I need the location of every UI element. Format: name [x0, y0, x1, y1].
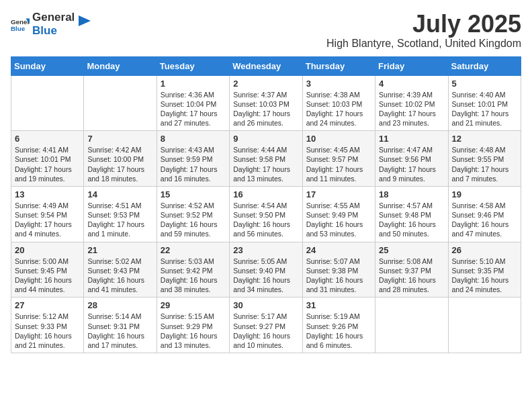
day-info: Sunrise: 5:15 AM Sunset: 9:29 PM Dayligh…	[161, 312, 226, 350]
svg-text:Blue: Blue	[11, 25, 26, 32]
day-number: 4	[379, 79, 444, 89]
day-info: Sunrise: 4:49 AM Sunset: 9:54 PM Dayligh…	[15, 201, 80, 239]
calendar-cell	[375, 298, 448, 353]
day-info: Sunrise: 4:55 AM Sunset: 9:49 PM Dayligh…	[306, 201, 371, 239]
calendar-cell: 26Sunrise: 5:10 AM Sunset: 9:35 PM Dayli…	[448, 242, 521, 298]
day-number: 18	[379, 189, 444, 199]
day-info: Sunrise: 5:02 AM Sunset: 9:43 PM Dayligh…	[87, 257, 152, 295]
day-info: Sunrise: 4:41 AM Sunset: 10:01 PM Daylig…	[15, 145, 80, 183]
week-row-5: 27Sunrise: 5:12 AM Sunset: 9:33 PM Dayli…	[11, 298, 521, 353]
day-info: Sunrise: 5:10 AM Sunset: 9:35 PM Dayligh…	[452, 257, 517, 295]
day-info: Sunrise: 4:43 AM Sunset: 9:59 PM Dayligh…	[161, 145, 226, 183]
day-number: 13	[15, 189, 80, 199]
day-number: 10	[306, 134, 371, 144]
day-info: Sunrise: 4:48 AM Sunset: 9:55 PM Dayligh…	[452, 145, 517, 183]
calendar-cell	[448, 298, 521, 353]
day-number: 20	[15, 245, 80, 255]
day-number: 16	[233, 189, 298, 199]
calendar-cell: 4Sunrise: 4:39 AM Sunset: 10:02 PM Dayli…	[375, 75, 448, 131]
logo-blue: Blue	[32, 24, 75, 38]
day-info: Sunrise: 4:45 AM Sunset: 9:57 PM Dayligh…	[306, 145, 371, 183]
day-number: 28	[87, 300, 152, 310]
calendar-cell: 24Sunrise: 5:07 AM Sunset: 9:38 PM Dayli…	[302, 242, 375, 298]
header-tuesday: Tuesday	[157, 56, 229, 75]
day-info: Sunrise: 5:03 AM Sunset: 9:42 PM Dayligh…	[161, 257, 226, 295]
day-info: Sunrise: 4:38 AM Sunset: 10:03 PM Daylig…	[306, 90, 371, 128]
day-info: Sunrise: 4:57 AM Sunset: 9:48 PM Dayligh…	[379, 201, 444, 239]
day-info: Sunrise: 4:36 AM Sunset: 10:04 PM Daylig…	[161, 90, 226, 128]
calendar-cell: 17Sunrise: 4:55 AM Sunset: 9:49 PM Dayli…	[302, 186, 375, 242]
svg-marker-3	[79, 15, 91, 26]
day-info: Sunrise: 4:42 AM Sunset: 10:00 PM Daylig…	[87, 145, 152, 183]
day-number: 24	[306, 245, 371, 255]
title-area: July 2025 High Blantyre, Scotland, Unite…	[326, 11, 521, 50]
day-info: Sunrise: 5:07 AM Sunset: 9:38 PM Dayligh…	[306, 257, 371, 295]
day-info: Sunrise: 4:52 AM Sunset: 9:52 PM Dayligh…	[161, 201, 226, 239]
day-number: 29	[161, 300, 226, 310]
calendar-cell: 30Sunrise: 5:17 AM Sunset: 9:27 PM Dayli…	[230, 298, 302, 353]
calendar-cell: 1Sunrise: 4:36 AM Sunset: 10:04 PM Dayli…	[157, 75, 229, 131]
day-number: 9	[233, 134, 298, 144]
header-monday: Monday	[84, 56, 157, 75]
calendar-cell: 16Sunrise: 4:54 AM Sunset: 9:50 PM Dayli…	[230, 186, 302, 242]
calendar-cell: 25Sunrise: 5:08 AM Sunset: 9:37 PM Dayli…	[375, 242, 448, 298]
day-info: Sunrise: 4:51 AM Sunset: 9:53 PM Dayligh…	[87, 201, 152, 239]
calendar-cell	[84, 75, 157, 131]
day-info: Sunrise: 4:47 AM Sunset: 9:56 PM Dayligh…	[379, 145, 444, 183]
day-number: 8	[161, 134, 226, 144]
header: General Blue General Blue July 2025 High…	[11, 11, 521, 50]
day-info: Sunrise: 4:39 AM Sunset: 10:02 PM Daylig…	[379, 90, 444, 128]
day-info: Sunrise: 4:58 AM Sunset: 9:46 PM Dayligh…	[452, 201, 517, 239]
day-number: 31	[306, 300, 371, 310]
calendar-cell: 31Sunrise: 5:19 AM Sunset: 9:26 PM Dayli…	[302, 298, 375, 353]
day-number: 19	[452, 189, 517, 199]
day-info: Sunrise: 5:14 AM Sunset: 9:31 PM Dayligh…	[87, 312, 152, 350]
calendar-cell: 18Sunrise: 4:57 AM Sunset: 9:48 PM Dayli…	[375, 186, 448, 242]
days-header-row: SundayMondayTuesdayWednesdayThursdayFrid…	[11, 56, 521, 75]
day-number: 14	[87, 189, 152, 199]
day-number: 30	[233, 300, 298, 310]
day-info: Sunrise: 5:08 AM Sunset: 9:37 PM Dayligh…	[379, 257, 444, 295]
week-row-3: 13Sunrise: 4:49 AM Sunset: 9:54 PM Dayli…	[11, 186, 521, 242]
calendar-cell: 9Sunrise: 4:44 AM Sunset: 9:58 PM Daylig…	[230, 131, 302, 187]
header-saturday: Saturday	[448, 56, 521, 75]
calendar-cell: 6Sunrise: 4:41 AM Sunset: 10:01 PM Dayli…	[11, 131, 84, 187]
header-thursday: Thursday	[302, 56, 375, 75]
day-number: 25	[379, 245, 444, 255]
calendar-cell: 28Sunrise: 5:14 AM Sunset: 9:31 PM Dayli…	[84, 298, 157, 353]
day-number: 12	[452, 134, 517, 144]
day-number: 6	[15, 134, 80, 144]
calendar-cell: 23Sunrise: 5:05 AM Sunset: 9:40 PM Dayli…	[230, 242, 302, 298]
calendar-cell: 13Sunrise: 4:49 AM Sunset: 9:54 PM Dayli…	[11, 186, 84, 242]
header-sunday: Sunday	[11, 56, 84, 75]
day-number: 27	[15, 300, 80, 310]
calendar-cell	[11, 75, 84, 131]
month-title: July 2025	[326, 11, 521, 38]
calendar-cell: 3Sunrise: 4:38 AM Sunset: 10:03 PM Dayli…	[302, 75, 375, 131]
calendar-cell: 12Sunrise: 4:48 AM Sunset: 9:55 PM Dayli…	[448, 131, 521, 187]
day-number: 26	[452, 245, 517, 255]
logo-flag-icon	[77, 14, 92, 34]
day-info: Sunrise: 4:44 AM Sunset: 9:58 PM Dayligh…	[233, 145, 298, 183]
header-friday: Friday	[375, 56, 448, 75]
calendar-cell: 8Sunrise: 4:43 AM Sunset: 9:59 PM Daylig…	[157, 131, 229, 187]
day-number: 17	[306, 189, 371, 199]
calendar-cell: 2Sunrise: 4:37 AM Sunset: 10:03 PM Dayli…	[230, 75, 302, 131]
calendar-cell: 14Sunrise: 4:51 AM Sunset: 9:53 PM Dayli…	[84, 186, 157, 242]
day-info: Sunrise: 4:54 AM Sunset: 9:50 PM Dayligh…	[233, 201, 298, 239]
calendar-cell: 21Sunrise: 5:02 AM Sunset: 9:43 PM Dayli…	[84, 242, 157, 298]
calendar-cell: 5Sunrise: 4:40 AM Sunset: 10:01 PM Dayli…	[448, 75, 521, 131]
logo-general: General	[32, 11, 75, 24]
day-info: Sunrise: 4:40 AM Sunset: 10:01 PM Daylig…	[452, 90, 517, 128]
week-row-1: 1Sunrise: 4:36 AM Sunset: 10:04 PM Dayli…	[11, 75, 521, 131]
week-row-4: 20Sunrise: 5:00 AM Sunset: 9:45 PM Dayli…	[11, 242, 521, 298]
week-row-2: 6Sunrise: 4:41 AM Sunset: 10:01 PM Dayli…	[11, 131, 521, 187]
logo-icon: General Blue	[11, 15, 30, 34]
day-info: Sunrise: 5:05 AM Sunset: 9:40 PM Dayligh…	[233, 257, 298, 295]
day-number: 11	[379, 134, 444, 144]
day-number: 3	[306, 79, 371, 89]
day-info: Sunrise: 5:12 AM Sunset: 9:33 PM Dayligh…	[15, 312, 80, 350]
day-info: Sunrise: 5:19 AM Sunset: 9:26 PM Dayligh…	[306, 312, 371, 350]
day-info: Sunrise: 5:00 AM Sunset: 9:45 PM Dayligh…	[15, 257, 80, 295]
day-number: 1	[161, 79, 226, 89]
